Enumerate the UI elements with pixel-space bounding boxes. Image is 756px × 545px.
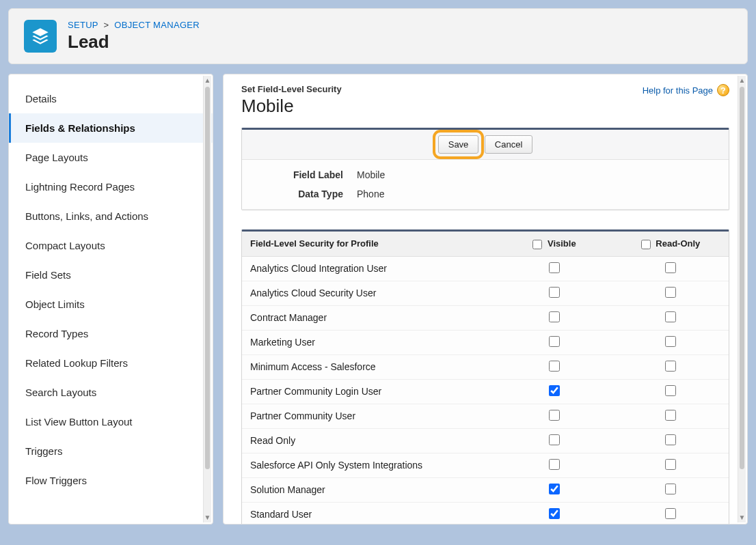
fls-row: Marketing User [242, 331, 729, 355]
scroll-up-icon[interactable]: ▲ [204, 76, 211, 85]
fls-row: Analytics Cloud Security User [242, 281, 729, 306]
data-type-value: Phone [357, 188, 716, 199]
save-button[interactable]: Save [438, 135, 479, 154]
fls-panel: Field-Level Security for Profile Visible… [241, 229, 729, 524]
sidebar-item-lightning-record-pages[interactable]: Lightning Record Pages [9, 172, 213, 201]
page-title: Lead [68, 31, 200, 53]
field-label-value: Mobile [357, 169, 716, 180]
visible-checkbox[interactable] [549, 508, 560, 519]
visible-checkbox[interactable] [549, 262, 560, 273]
visible-checkbox[interactable] [549, 361, 560, 372]
fls-header-readonly: Read-Only [656, 238, 700, 249]
breadcrumb-setup[interactable]: SETUP [68, 20, 98, 30]
visible-all-checkbox[interactable] [532, 240, 542, 249]
scroll-down-icon[interactable]: ▼ [738, 513, 746, 522]
main-scrollbar[interactable]: ▲ ▼ [738, 76, 746, 522]
readonly-checkbox[interactable] [665, 311, 676, 322]
fls-row: Partner Community Login User [242, 380, 729, 404]
scrollbar-thumb[interactable] [740, 87, 744, 469]
fls-profile-name: Analytics Cloud Security User [242, 282, 496, 304]
sidebar-item-field-sets[interactable]: Field Sets [9, 260, 213, 290]
visible-checkbox[interactable] [549, 287, 560, 298]
sidebar-item-record-types[interactable]: Record Types [9, 319, 213, 348]
visible-checkbox[interactable] [549, 336, 560, 347]
fls-profile-name: Salesforce API Only System Integrations [242, 454, 496, 476]
help-icon: ? [717, 84, 729, 96]
sidebar-item-object-limits[interactable]: Object Limits [9, 290, 213, 319]
breadcrumb: SETUP > OBJECT MANAGER [68, 20, 200, 30]
fls-profile-name: Read Only [242, 430, 496, 451]
fls-profile-name: Partner Community Login User [242, 380, 496, 402]
fls-profile-name: Contract Manager [242, 307, 496, 329]
fls-profile-name: Analytics Cloud Integration User [242, 257, 496, 279]
cancel-button[interactable]: Cancel [485, 135, 532, 154]
visible-checkbox[interactable] [549, 385, 560, 396]
sidebar-item-search-layouts[interactable]: Search Layouts [9, 378, 213, 407]
sidebar-item-buttons-links-and-actions[interactable]: Buttons, Links, and Actions [9, 201, 213, 231]
fls-profile-name: Solution Manager [242, 479, 496, 501]
fls-row: Contract Manager [242, 306, 729, 331]
sidebar-item-related-lookup-filters[interactable]: Related Lookup Filters [9, 348, 213, 378]
breadcrumb-object-manager[interactable]: OBJECT MANAGER [114, 20, 200, 30]
sidebar-item-list-view-button-layout[interactable]: List View Button Layout [9, 407, 213, 436]
sidebar-item-page-layouts[interactable]: Page Layouts [9, 143, 213, 172]
page-header: SETUP > OBJECT MANAGER Lead [8, 8, 748, 64]
readonly-checkbox[interactable] [665, 336, 676, 347]
fls-row: Solution Manager [242, 478, 729, 503]
fls-profile-name: Standard User [242, 503, 496, 524]
readonly-all-checkbox[interactable] [641, 240, 651, 249]
sidebar: DetailsFields & RelationshipsPage Layout… [9, 74, 213, 524]
button-bar: Save Cancel [242, 130, 729, 160]
sidebar-item-flow-triggers[interactable]: Flow Triggers [9, 466, 213, 495]
sidebar-item-triggers[interactable]: Triggers [9, 436, 213, 466]
scroll-up-icon[interactable]: ▲ [738, 76, 746, 85]
readonly-checkbox[interactable] [665, 385, 676, 396]
fls-row: Minimum Access - Salesforce [242, 355, 729, 380]
sidebar-item-compact-layouts[interactable]: Compact Layouts [9, 231, 213, 260]
object-icon [24, 20, 57, 53]
readonly-checkbox[interactable] [665, 508, 676, 519]
readonly-checkbox[interactable] [665, 410, 676, 421]
scrollbar-thumb[interactable] [205, 87, 210, 469]
fls-profile-name: Partner Community User [242, 405, 496, 427]
help-link[interactable]: Help for this Page ? [643, 84, 729, 96]
readonly-checkbox[interactable] [665, 287, 676, 298]
fls-header-profile: Field-Level Security for Profile [242, 232, 496, 255]
fls-row: Salesforce API Only System Integrations [242, 453, 729, 478]
fls-profile-name: Minimum Access - Salesforce [242, 356, 496, 378]
visible-checkbox[interactable] [549, 311, 560, 322]
data-type-caption: Data Type [254, 188, 357, 199]
visible-checkbox[interactable] [549, 459, 560, 470]
field-label-caption: Field Label [254, 169, 357, 180]
field-info-panel: Save Cancel Field Label Mobile Data Type… [241, 128, 729, 210]
sidebar-item-details[interactable]: Details [9, 84, 213, 113]
readonly-checkbox[interactable] [665, 434, 676, 445]
readonly-checkbox[interactable] [665, 361, 676, 372]
fls-header-visible: Visible [548, 238, 576, 249]
readonly-checkbox[interactable] [665, 484, 676, 494]
sidebar-scrollbar[interactable]: ▲ ▼ [203, 76, 211, 522]
section-title: Mobile [241, 96, 342, 117]
section-label: Set Field-Level Security [241, 84, 342, 94]
visible-checkbox[interactable] [549, 410, 560, 421]
fls-row: Analytics Cloud Integration User [242, 257, 729, 281]
visible-checkbox[interactable] [549, 484, 560, 494]
sidebar-item-fields-relationships[interactable]: Fields & Relationships [9, 113, 213, 143]
visible-checkbox[interactable] [549, 434, 560, 445]
fls-row: Standard User [242, 503, 729, 524]
fls-row: Read Only [242, 429, 729, 453]
readonly-checkbox[interactable] [665, 262, 676, 273]
fls-header: Field-Level Security for Profile Visible… [242, 232, 729, 257]
fls-row: Partner Community User [242, 404, 729, 429]
fls-profile-name: Marketing User [242, 331, 496, 353]
help-link-label: Help for this Page [643, 85, 713, 96]
scroll-down-icon[interactable]: ▼ [204, 513, 211, 522]
readonly-checkbox[interactable] [665, 459, 676, 470]
